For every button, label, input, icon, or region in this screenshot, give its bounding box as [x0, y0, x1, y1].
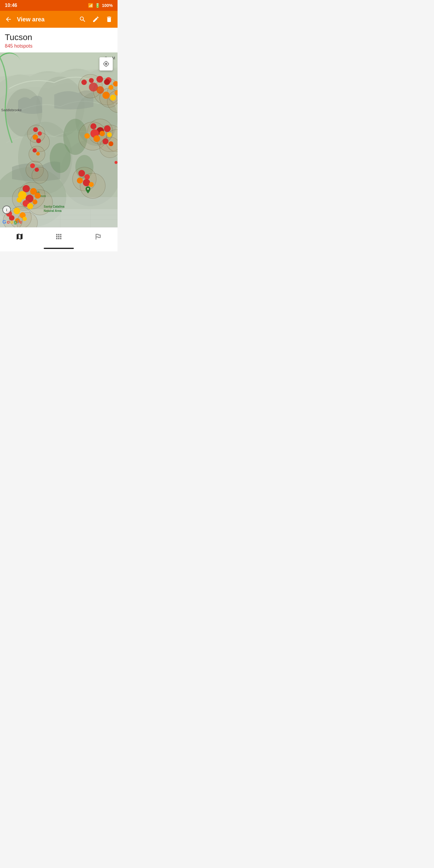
- google-watermark: G o o g l e: [2, 219, 22, 225]
- bottom-nav: [0, 227, 118, 245]
- area-name: Tucson: [5, 33, 113, 42]
- hotspot-count: 845 hotspots: [5, 43, 113, 49]
- nav-item-satellite[interactable]: [39, 227, 79, 245]
- map-info-button[interactable]: i: [2, 206, 11, 214]
- search-button[interactable]: [76, 13, 89, 25]
- status-bar: 10:46 📶 🔋 100%: [0, 0, 118, 11]
- terrain-icon: [94, 233, 102, 241]
- svg-point-8: [50, 143, 71, 173]
- map-icon: [16, 233, 24, 241]
- app-bar: View area: [0, 11, 118, 28]
- svg-point-9: [75, 155, 93, 179]
- edit-button[interactable]: [90, 13, 102, 25]
- home-indicator: [0, 245, 118, 251]
- content-header: Tucson 845 hotspots: [0, 28, 118, 53]
- map-pin[interactable]: [84, 186, 92, 195]
- nav-item-map[interactable]: [0, 227, 39, 245]
- nav-item-terrain[interactable]: [79, 227, 118, 245]
- map-container[interactable]: San M Saddlebrooke Mt mon Santa Catalina…: [0, 53, 118, 227]
- map-terrain-svg: [0, 53, 118, 227]
- back-button[interactable]: [2, 13, 14, 25]
- battery-percent: 100%: [102, 3, 113, 8]
- location-button[interactable]: [99, 57, 113, 70]
- delete-button[interactable]: [103, 13, 115, 25]
- wifi-icon: 📶: [88, 3, 93, 8]
- home-bar: [44, 248, 74, 249]
- status-time: 10:46: [5, 3, 17, 8]
- app-bar-actions: [76, 13, 115, 25]
- app-bar-title: View area: [17, 16, 76, 23]
- status-icons: 📶 🔋 100%: [88, 3, 113, 8]
- satellite-icon: [55, 233, 63, 241]
- battery-icon: 🔋: [95, 3, 100, 8]
- info-symbol: i: [6, 208, 7, 212]
